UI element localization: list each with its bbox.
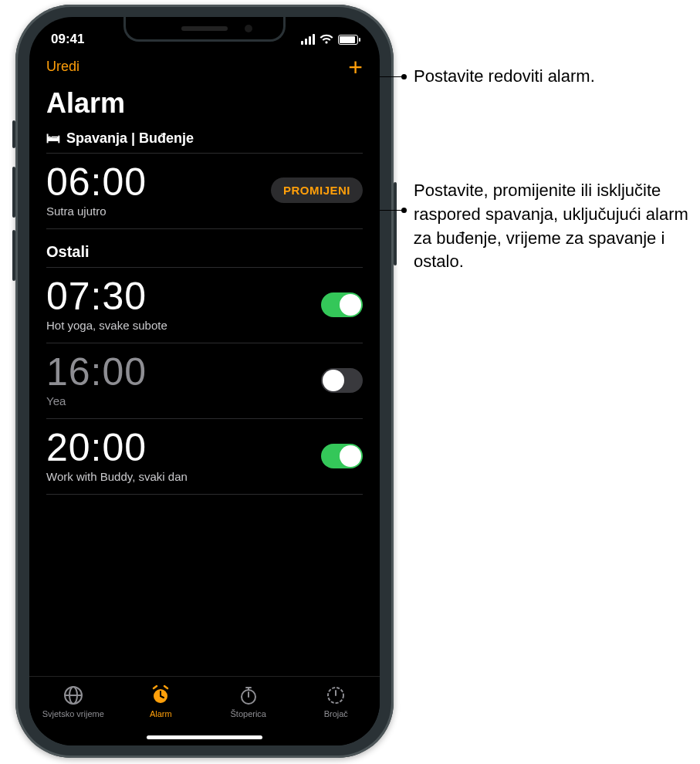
alarm-row[interactable]: 16:00 Yea bbox=[29, 343, 380, 418]
cellular-icon bbox=[301, 34, 315, 45]
alarm-time: 16:00 bbox=[46, 353, 147, 391]
sleep-section-header: 🛏 Spavanja | Buđenje bbox=[29, 130, 380, 153]
alarm-row[interactable]: 07:30 Hot yoga, svake subote bbox=[29, 268, 380, 343]
alarm-toggle[interactable] bbox=[321, 444, 363, 468]
tab-label: Brojač bbox=[324, 709, 348, 718]
alarm-label: Work with Buddy, svaki dan bbox=[46, 470, 188, 483]
home-indicator[interactable] bbox=[147, 735, 262, 739]
side-button bbox=[394, 182, 397, 265]
tab-timer[interactable]: Brojač bbox=[293, 677, 380, 745]
tab-label: Alarm bbox=[150, 709, 172, 718]
wifi-icon bbox=[320, 34, 333, 45]
mute-switch bbox=[12, 120, 15, 148]
tab-label: Štoperica bbox=[231, 709, 266, 718]
alarm-clock-icon bbox=[150, 685, 171, 706]
svg-line-7 bbox=[164, 686, 167, 688]
change-sleep-button[interactable]: PROMIJENI bbox=[271, 177, 363, 203]
status-time: 09:41 bbox=[51, 32, 84, 47]
alarm-time: 07:30 bbox=[46, 277, 167, 316]
volume-up-button bbox=[12, 167, 15, 218]
tab-bar: Svjetsko vrijeme Alarm Štoperica Brojač bbox=[29, 676, 380, 745]
battery-icon bbox=[338, 35, 358, 45]
others-header: Ostali bbox=[29, 229, 380, 267]
edit-button[interactable]: Uredi bbox=[46, 59, 79, 75]
add-alarm-button[interactable]: + bbox=[348, 59, 363, 75]
tab-label: Svjetsko vrijeme bbox=[42, 709, 104, 718]
bed-icon: 🛏 bbox=[46, 130, 60, 147]
alarm-label: Yea bbox=[46, 394, 147, 407]
callout-add-alarm: Postavite redoviti alarm. bbox=[414, 65, 692, 89]
sleep-section-label: Spavanja | Buđenje bbox=[66, 130, 194, 147]
svg-line-6 bbox=[154, 686, 157, 688]
volume-down-button bbox=[12, 230, 15, 281]
tab-world-clock[interactable]: Svjetsko vrijeme bbox=[29, 677, 117, 745]
screen: 09:41 Uredi + Alarm 🛏 Spavanja | Buđenje bbox=[29, 17, 380, 745]
alarm-toggle[interactable] bbox=[321, 368, 363, 393]
phone-frame: 09:41 Uredi + Alarm 🛏 Spavanja | Buđenje bbox=[15, 5, 394, 758]
sleep-alarm-time: 06:00 bbox=[46, 163, 147, 201]
callout-change-sleep: Postavite, promijenite ili isključite ra… bbox=[414, 179, 692, 274]
sleep-alarm-row: 06:00 Sutra ujutro PROMIJENI bbox=[29, 154, 380, 228]
alarm-label: Hot yoga, svake subote bbox=[46, 319, 167, 332]
sleep-alarm-subtitle: Sutra ujutro bbox=[46, 205, 147, 218]
page-title: Alarm bbox=[29, 75, 380, 130]
alarm-row[interactable]: 20:00 Work with Buddy, svaki dan bbox=[29, 419, 380, 494]
timer-icon bbox=[325, 685, 347, 706]
globe-icon bbox=[63, 685, 84, 706]
alarm-toggle[interactable] bbox=[321, 292, 363, 317]
stopwatch-icon bbox=[238, 685, 259, 706]
notch bbox=[123, 17, 286, 42]
alarm-time: 20:00 bbox=[46, 428, 188, 467]
